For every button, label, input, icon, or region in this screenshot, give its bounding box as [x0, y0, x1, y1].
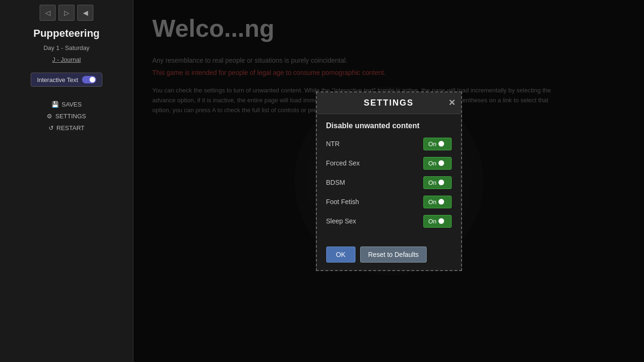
forced-sex-label: Forced Sex	[326, 159, 360, 167]
foot-fetish-toggle[interactable]: On	[423, 196, 452, 208]
ntr-row: NTR On	[326, 138, 452, 150]
modal-header: SETTINGS ✕	[317, 92, 461, 114]
ntr-label: NTR	[326, 140, 340, 148]
saves-button[interactable]: 💾 SAVES	[9, 101, 124, 108]
modal-title: SETTINGS	[363, 98, 413, 108]
interactive-text-label: Interactive Text	[37, 76, 78, 83]
bdsm-toggle[interactable]: On	[423, 176, 452, 189]
sidebar-nav-buttons: ◁ ▷ ◀	[40, 5, 93, 21]
nav-forward-button[interactable]: ▷	[58, 5, 74, 21]
foot-fetish-label: Foot Fetish	[326, 198, 359, 206]
modal-overlay: SETTINGS ✕ Disable unwanted content NTR …	[133, 0, 644, 362]
nav-collapse-button[interactable]: ◀	[77, 5, 93, 21]
sidebar-journal-link[interactable]: J - Journal	[52, 56, 81, 63]
sidebar-day: Day 1 - Saturday	[43, 44, 90, 51]
sleep-sex-toggle-dot	[438, 218, 444, 224]
modal-close-button[interactable]: ✕	[448, 98, 455, 108]
nav-back-button[interactable]: ◁	[40, 5, 56, 21]
settings-label: SETTINGS	[55, 113, 86, 120]
ntr-toggle[interactable]: On	[423, 138, 452, 150]
ntr-toggle-label: On	[429, 140, 437, 148]
restart-icon: ↺	[49, 124, 54, 132]
settings-button[interactable]: ⚙ SETTINGS	[9, 113, 124, 120]
bdsm-row: BDSM On	[326, 176, 452, 189]
modal-footer: OK Reset to Defaults	[317, 242, 461, 270]
main-content-area: Welco...ng Any resemblance to real peopl…	[133, 0, 644, 362]
forced-sex-toggle[interactable]: On	[423, 157, 452, 170]
interactive-text-switch[interactable]	[82, 76, 96, 83]
ntr-toggle-dot	[438, 141, 444, 147]
saves-icon: 💾	[51, 101, 59, 108]
forced-sex-row: Forced Sex On	[326, 157, 452, 170]
sidebar: ◁ ▷ ◀ Puppeteering Day 1 - Saturday J - …	[0, 0, 133, 362]
restart-button[interactable]: ↺ RESTART	[9, 124, 124, 132]
settings-modal: SETTINGS ✕ Disable unwanted content NTR …	[316, 91, 462, 271]
forced-sex-toggle-dot	[438, 160, 444, 166]
forced-sex-toggle-label: On	[429, 160, 437, 167]
modal-section-title: Disable unwanted content	[326, 122, 452, 130]
interactive-text-toggle[interactable]: Interactive Text	[31, 73, 102, 87]
reset-defaults-button[interactable]: Reset to Defaults	[360, 247, 427, 263]
settings-icon: ⚙	[47, 113, 52, 120]
ok-button[interactable]: OK	[326, 247, 355, 263]
sleep-sex-toggle[interactable]: On	[423, 215, 452, 228]
foot-fetish-toggle-dot	[438, 199, 444, 205]
foot-fetish-toggle-label: On	[429, 198, 437, 206]
bdsm-label: BDSM	[326, 179, 345, 186]
restart-label: RESTART	[57, 124, 84, 132]
sidebar-title: Puppeteering	[33, 27, 100, 40]
saves-label: SAVES	[62, 101, 82, 108]
foot-fetish-row: Foot Fetish On	[326, 196, 452, 208]
sleep-sex-label: Sleep Sex	[326, 217, 356, 225]
bdsm-toggle-label: On	[429, 179, 437, 186]
sleep-sex-row: Sleep Sex On	[326, 215, 452, 228]
bdsm-toggle-dot	[438, 180, 444, 185]
sidebar-buttons: 💾 SAVES ⚙ SETTINGS ↺ RESTART	[0, 101, 133, 132]
modal-body: Disable unwanted content NTR On Forced S…	[317, 114, 461, 242]
sleep-sex-toggle-label: On	[429, 218, 437, 225]
